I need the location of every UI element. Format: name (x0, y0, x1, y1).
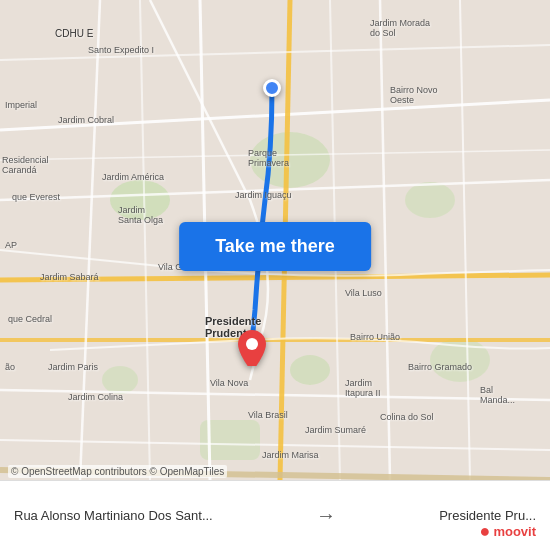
map-attribution: © OpenStreetMap contributors © OpenMapTi… (8, 465, 227, 478)
footer-arrow: → (316, 504, 336, 527)
svg-point-24 (246, 338, 258, 350)
svg-point-2 (250, 132, 330, 188)
svg-point-1 (110, 180, 170, 220)
svg-point-3 (405, 182, 455, 218)
map-container: CDHU E Santo Expedito I Jardim Moradado … (0, 0, 550, 480)
footer: Rua Alonso Martiniano Dos Sant... → Pres… (0, 480, 550, 550)
moovit-logo: ● moovit (480, 521, 537, 542)
origin-text: Rua Alonso Martiniano Dos Sant... (14, 508, 213, 523)
svg-point-5 (102, 366, 138, 394)
svg-point-4 (290, 355, 330, 385)
footer-origin: Rua Alonso Martiniano Dos Sant... (14, 508, 213, 523)
current-location-marker (263, 79, 281, 97)
moovit-icon: ● (480, 521, 491, 542)
destination-marker (238, 330, 266, 370)
take-me-there-button[interactable]: Take me there (179, 222, 371, 271)
moovit-name: moovit (493, 524, 536, 539)
